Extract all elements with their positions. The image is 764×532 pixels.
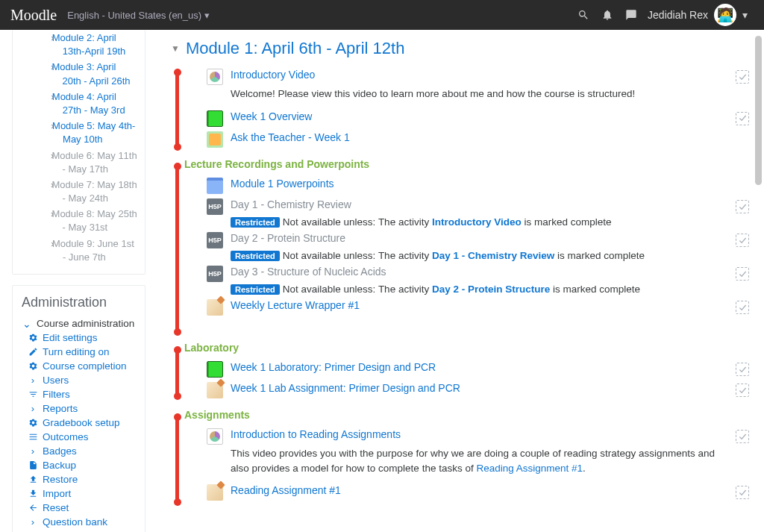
filter-icon <box>28 389 38 400</box>
completion-checkbox[interactable] <box>736 70 749 84</box>
activity-link[interactable]: Day 1 - Chemistry Review <box>231 198 351 210</box>
admin-item-label: Gradebook setup <box>43 417 120 428</box>
activity-lab-assign: Week 1 Lab Assignment: Primer Design and… <box>207 382 749 398</box>
language-label: English - United States (en_us) <box>67 10 201 21</box>
caret-down-icon: ▾ <box>204 10 210 21</box>
activity-link[interactable]: Week 1 Laboratory: Primer Design and PCR <box>231 361 436 373</box>
top-navbar: Moodle English - United States (en_us) ▾… <box>0 0 764 30</box>
admin-item-label: Filters <box>43 389 70 400</box>
restriction-notice: RestrictedNot available unless: The acti… <box>231 284 724 295</box>
inline-link[interactable]: Reading Assignment #1 <box>476 463 583 474</box>
nav-module-label: Module 6: May 11th - May 17th <box>63 149 137 176</box>
gear-icon <box>28 361 38 372</box>
activity-link[interactable]: Module 1 Powerpoints <box>231 178 334 190</box>
bell-icon[interactable] <box>601 9 613 21</box>
activity-week1-overview: Week 1 Overview <box>207 110 749 127</box>
completion-checkbox[interactable] <box>736 200 749 213</box>
completion-checkbox[interactable] <box>736 234 749 247</box>
admin-item[interactable]: Outcomes <box>28 431 137 442</box>
user-menu-caret-icon[interactable]: ▾ <box>742 9 748 21</box>
admin-item[interactable]: Turn editing on <box>28 346 137 357</box>
section-title-link[interactable]: Module 1: April 6th - April 12th <box>186 39 405 57</box>
timeline-line <box>175 72 179 147</box>
admin-item[interactable]: Edit settings <box>28 332 137 343</box>
administration-title: Administration <box>22 295 137 310</box>
nav-module-label: Module 4: April 27th - May 3rd <box>63 90 137 117</box>
nav-module-item[interactable]: ›Module 5: May 4th- May 10th <box>22 119 137 146</box>
activity-link[interactable]: Ask the Teacher - Week 1 <box>231 131 350 143</box>
chev-icon: › <box>28 517 38 528</box>
timeline-line <box>175 350 179 396</box>
activity-description: Welcome! Please view this video to learn… <box>231 87 724 101</box>
nav-module-label: Module 2: April 13th-April 19th <box>63 31 137 58</box>
completion-checkbox[interactable] <box>736 430 749 443</box>
nav-module-item[interactable]: ›Module 3: April 20th - April 26th <box>22 60 137 87</box>
completion-checkbox[interactable] <box>736 301 749 314</box>
admin-item-label: Question bank <box>43 516 107 528</box>
admin-item-label: Reports <box>43 403 78 414</box>
admin-item[interactable]: Gradebook setup <box>28 417 137 428</box>
assignment-icon <box>207 382 223 398</box>
upload-icon <box>28 475 38 485</box>
video-icon <box>207 428 223 445</box>
admin-item[interactable]: Restore <box>28 474 137 485</box>
admin-item[interactable]: ›Badges <box>28 445 137 457</box>
administration-block: Administration ⌄ Course administration E… <box>12 285 145 532</box>
activity-day1: H5P Day 1 - Chemistry Review RestrictedN… <box>207 198 749 228</box>
activity-reading1: Reading Assignment #1 <box>207 484 749 501</box>
activity-link[interactable]: Day 2 - Protein Structure <box>231 232 345 244</box>
nav-module-label: Module 8: May 25th - May 31st <box>63 207 137 234</box>
nav-module-label: Module 9: June 1st - June 7th <box>63 237 137 264</box>
username-label[interactable]: Jedidiah Rex <box>648 9 708 21</box>
nav-module-item: ›Module 8: May 25th - May 31st <box>22 207 137 234</box>
activity-lab-book: Week 1 Laboratory: Primer Design and PCR <box>207 361 749 378</box>
activity-link[interactable]: Weekly Lecture Wrapper #1 <box>231 299 360 311</box>
admin-item-label: Users <box>43 375 69 386</box>
completion-checkbox[interactable] <box>736 112 749 125</box>
completion-checkbox[interactable] <box>736 267 749 281</box>
timeline-dot <box>174 392 181 400</box>
completion-checkbox[interactable] <box>736 384 749 397</box>
timeline-line <box>175 166 179 332</box>
timeline-dot <box>174 498 181 506</box>
brand-logo[interactable]: Moodle <box>10 7 57 24</box>
admin-item[interactable]: ›Question bank <box>28 516 137 528</box>
language-selector[interactable]: English - United States (en_us) ▾ <box>67 10 210 21</box>
completion-checkbox[interactable] <box>736 486 749 499</box>
admin-item[interactable]: Filters <box>28 389 137 400</box>
section-collapse-icon[interactable]: ▼ <box>171 43 180 54</box>
restriction-notice: RestrictedNot available unless: The acti… <box>231 216 724 228</box>
subsection-laboratory: Laboratory <box>184 342 749 354</box>
h5p-icon: H5P <box>207 232 223 248</box>
scrollbar[interactable] <box>752 30 764 532</box>
activity-link[interactable]: Introductory Video <box>231 69 315 81</box>
activity-link[interactable]: Week 1 Lab Assignment: Primer Design and… <box>231 382 460 394</box>
activity-link[interactable]: Reading Assignment #1 <box>231 484 341 496</box>
timeline-line <box>175 417 179 502</box>
admin-item[interactable]: ›Users <box>28 375 137 386</box>
nav-module-item: ›Module 9: June 1st - June 7th <box>22 237 137 264</box>
download-icon <box>28 489 38 499</box>
admin-item[interactable]: Backup <box>28 460 137 471</box>
admin-item[interactable]: Reset <box>28 502 137 513</box>
assignment-icon <box>207 484 223 501</box>
nav-module-item[interactable]: ›Module 2: April 13th-April 19th <box>22 31 137 58</box>
nav-module-item: ›Module 6: May 11th - May 17th <box>22 149 137 176</box>
avatar[interactable]: 🧑‍💻 <box>714 4 736 26</box>
nav-module-item[interactable]: ›Module 4: April 27th - May 3rd <box>22 90 137 117</box>
restriction-notice: RestrictedNot available unless: The acti… <box>231 250 724 261</box>
admin-item[interactable]: Course completion <box>28 360 137 372</box>
admin-item[interactable]: Import <box>28 488 137 499</box>
nav-module-label: Module 5: May 4th- May 10th <box>63 119 137 146</box>
pencil-icon <box>28 347 38 357</box>
search-icon[interactable] <box>577 9 589 21</box>
course-admin-header[interactable]: ⌄ Course administration <box>22 318 137 329</box>
chat-icon[interactable] <box>625 9 637 21</box>
activity-link[interactable]: Introduction to Reading Assignments <box>231 428 401 440</box>
book-icon <box>207 361 223 378</box>
admin-item-label: Restore <box>43 474 78 485</box>
activity-link[interactable]: Week 1 Overview <box>231 110 312 122</box>
completion-checkbox[interactable] <box>736 363 749 376</box>
admin-item[interactable]: ›Reports <box>28 403 137 414</box>
activity-link[interactable]: Day 3 - Structure of Nucleic Acids <box>231 266 386 278</box>
